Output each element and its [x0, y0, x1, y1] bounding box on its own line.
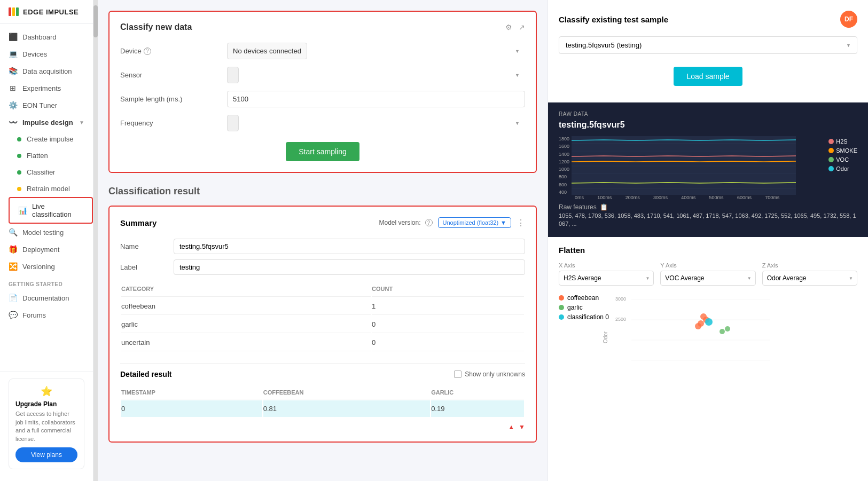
detail-table: TIMESTAMP COFFEEBEAN GARLIC 00.810.19 [120, 385, 525, 418]
frequency-row: Frequency [120, 115, 525, 131]
name-input[interactable] [174, 239, 525, 254]
device-help-icon[interactable]: ? [144, 48, 151, 55]
sample-length-label: Sample length (ms.) [120, 95, 227, 103]
sidebar-item-model-testing[interactable]: 🔍 Model testing [0, 224, 93, 241]
dashboard-icon: ⬛ [9, 33, 17, 41]
raw-chart-area: 1800 1600 1400 1200 1000 800 600 400 [559, 136, 822, 200]
y-label: 1600 [559, 144, 569, 149]
result-box: Summary Model version: ? Unoptimized (fl… [108, 206, 537, 443]
sidebar-item-impulse-design[interactable]: 〰️ Impulse design ▼ [0, 114, 93, 131]
label-label: Label [120, 263, 174, 271]
sensor-select[interactable] [227, 67, 239, 83]
sidebar-nav: ⬛ Dashboard 💻 Devices 📚 Data acquisition… [0, 24, 93, 372]
table-row: uncertain0 [121, 334, 524, 351]
legend-label: Odor [836, 165, 849, 172]
deployment-icon: 🎁 [9, 245, 17, 254]
chart-with-legend: 1800 1600 1400 1200 1000 800 600 400 [559, 136, 857, 200]
sidebar-item-eon-tuner[interactable]: ⚙️ EON Tuner [0, 97, 93, 114]
y-label: 1400 [559, 152, 569, 157]
share-icon[interactable]: ↗ [519, 23, 525, 31]
sample-select[interactable]: testing.5fqsvur5 (testing) [559, 36, 857, 54]
scatter-chart-area: Odor 3000 2500 [615, 294, 857, 381]
col-count: COUNT [372, 281, 524, 297]
scroll-controls: ▲ ▼ [120, 423, 525, 431]
sidebar-item-label: Documentation [22, 294, 69, 302]
sample-length-input[interactable] [227, 91, 525, 107]
upgrade-star-icon: ⭐ [15, 385, 77, 397]
sidebar: EDGE IMPULSE ⬛ Dashboard 💻 Devices 📚 Dat… [0, 0, 93, 481]
view-plans-button[interactable]: View plans [15, 447, 77, 462]
coffeebean-cell: 0.81 [263, 400, 430, 417]
y-label: 1200 [559, 159, 569, 164]
x-label: 400ms [681, 195, 695, 200]
z-axis-select[interactable]: Odor Average [762, 271, 857, 286]
scatter-chart: 3000 2500 [615, 294, 776, 380]
live-class-icon: 📊 [18, 206, 27, 215]
sample-length-row: Sample length (ms.) [120, 91, 525, 107]
three-dot-menu[interactable]: ⋮ [517, 218, 525, 228]
versioning-icon: 🔀 [9, 262, 17, 271]
y-label: 600 [559, 182, 569, 187]
count-cell: 1 [372, 298, 524, 315]
main-content: Classify new data ⚙ ↗ Device ? No device… [93, 0, 868, 481]
x-axis-group: X Axis H2S Average [559, 262, 654, 286]
sidebar-item-dashboard[interactable]: ⬛ Dashboard [0, 28, 93, 45]
frequency-select[interactable] [227, 115, 239, 131]
docs-icon: 📄 [9, 294, 17, 302]
sidebar-item-devices[interactable]: 💻 Devices [0, 45, 93, 62]
scroll-up-arrow[interactable]: ▲ [508, 423, 514, 431]
device-select[interactable]: No devices connected [227, 43, 307, 59]
raw-data-chart [572, 136, 796, 195]
sidebar-item-data-acquisition[interactable]: 📚 Data acquisition [0, 62, 93, 80]
data-acq-icon: 📚 [9, 67, 17, 75]
raw-features-label: Raw features 📋 [559, 203, 857, 211]
z-axis-select-wrapper: Odor Average [762, 271, 857, 286]
legend-h2s: H2S [828, 138, 857, 145]
scroll-thumb [93, 5, 98, 37]
y-axis-select[interactable]: VOC Average [660, 271, 755, 286]
legend-label: VOC [836, 156, 849, 163]
sidebar-item-create-impulse[interactable]: Create impulse [9, 131, 93, 147]
classification-result-section: Classification result Summary Model vers… [108, 186, 537, 443]
user-avatar: DF [840, 11, 857, 28]
count-cell: 0 [372, 334, 524, 351]
show-unknowns-area: Show only unknowns [454, 370, 525, 378]
sidebar-item-label: Retrain model [27, 185, 70, 193]
y-label: 1800 [559, 136, 569, 141]
sidebar-item-classifier[interactable]: Classifier [9, 164, 93, 180]
sidebar-item-retrain-model[interactable]: Retrain model [9, 180, 93, 197]
sidebar-item-live-classification[interactable]: 📊 Live classification [9, 197, 93, 224]
sidebar-item-label: Create impulse [27, 135, 73, 143]
y-axis-label: Y Axis [660, 262, 755, 269]
sidebar-item-deployment[interactable]: 🎁 Deployment [0, 241, 93, 258]
timestamp-cell: 0 [121, 400, 262, 417]
result-name-row: Name [120, 239, 525, 254]
legend-garlic-label: garlic [567, 304, 583, 311]
scroll-down-arrow[interactable]: ▼ [519, 423, 525, 431]
left-scroll-panel[interactable] [93, 0, 98, 481]
model-version-badge[interactable]: Unoptimized (float32) ▼ [438, 217, 511, 228]
sidebar-item-flatten[interactable]: Flatten [9, 147, 93, 164]
copy-icon[interactable]: 📋 [600, 203, 608, 211]
upgrade-title: Upgrade Plan [15, 400, 77, 408]
legend-voc: VOC [828, 156, 857, 163]
start-sampling-button[interactable]: Start sampling [286, 142, 359, 161]
result-header: Summary Model version: ? Unoptimized (fl… [120, 217, 525, 228]
sidebar-item-label: Flatten [27, 152, 48, 160]
label-input[interactable] [174, 259, 525, 275]
sidebar-item-forums[interactable]: 💬 Forums [0, 306, 93, 324]
settings-icon[interactable]: ⚙ [505, 23, 512, 31]
garlic-dot [559, 305, 564, 310]
x-axis-select[interactable]: H2S Average [559, 271, 654, 286]
load-sample-button[interactable]: Load sample [674, 67, 742, 86]
svg-rect-8 [615, 294, 776, 380]
x-label: 0ms [575, 195, 584, 200]
scatter-area: coffeebean garlic classification 0 Odor [559, 294, 857, 381]
sidebar-item-documentation[interactable]: 📄 Documentation [0, 289, 93, 306]
sidebar-item-label: Dashboard [22, 33, 57, 41]
sidebar-item-versioning[interactable]: 🔀 Versioning [0, 258, 93, 275]
model-version-help-icon[interactable]: ? [425, 219, 433, 226]
sidebar-item-experiments[interactable]: ⊞ Experiments [0, 80, 93, 97]
show-unknowns-checkbox[interactable] [454, 370, 462, 378]
chevron-down-icon: ▼ [79, 120, 84, 125]
